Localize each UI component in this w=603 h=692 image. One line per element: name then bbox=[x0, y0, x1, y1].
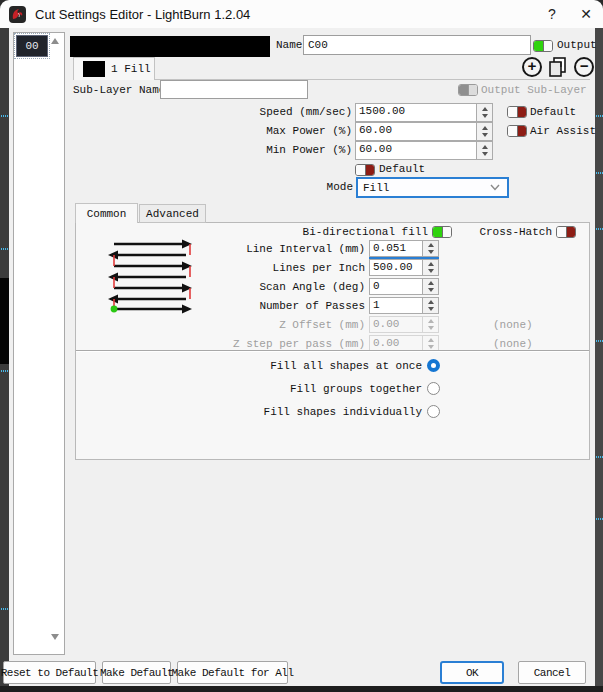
canvas-dash bbox=[596, 340, 603, 342]
canvas-dash bbox=[1, 608, 8, 610]
window-title: Cut Settings Editor - LightBurn 1.2.04 bbox=[35, 7, 535, 22]
canvas-dash bbox=[596, 228, 603, 230]
fill-shapes-individually-label: Fill shapes individually bbox=[150, 406, 422, 418]
scan-angle-value: 0 bbox=[370, 279, 422, 294]
remove-sublayer-icon[interactable]: − bbox=[574, 57, 594, 77]
speed-default-toggle[interactable] bbox=[507, 106, 527, 118]
canvas-dash bbox=[1, 115, 8, 117]
title-bar: Cut Settings Editor - LightBurn 1.2.04 ?… bbox=[0, 0, 603, 28]
z-step-spinner bbox=[422, 336, 438, 351]
fill-all-shapes-label: Fill all shapes at once bbox=[150, 360, 422, 372]
speed-spinner[interactable] bbox=[476, 104, 492, 121]
help-button[interactable]: ? bbox=[535, 6, 569, 22]
scan-angle-field[interactable]: 0 bbox=[369, 278, 439, 295]
z-step-value: 0.00 bbox=[370, 336, 422, 351]
canvas-dash bbox=[596, 518, 603, 520]
line-interval-spinner[interactable] bbox=[422, 241, 438, 256]
min-power-value: 60.00 bbox=[356, 142, 476, 159]
default-toggle[interactable] bbox=[355, 164, 375, 176]
background-app-left-black-block bbox=[0, 278, 9, 364]
scroll-up-icon[interactable] bbox=[51, 38, 59, 44]
fill-shapes-individually-radio[interactable] bbox=[427, 405, 440, 418]
layer-list-item-00[interactable]: 00 bbox=[16, 35, 48, 57]
fill-groups-together-label: Fill groups together bbox=[150, 383, 422, 395]
canvas-dash bbox=[596, 456, 603, 458]
default-toggle-label: Default bbox=[379, 163, 425, 175]
lightburn-logo-icon bbox=[9, 6, 26, 23]
close-button[interactable]: ✕ bbox=[569, 6, 603, 22]
mode-dropdown[interactable]: Fill bbox=[356, 177, 509, 198]
add-sublayer-icon[interactable]: + bbox=[522, 57, 542, 77]
sublayer-name-label: Sub-Layer Name bbox=[73, 84, 165, 96]
canvas-dash bbox=[596, 172, 603, 174]
z-offset-spinner bbox=[422, 317, 438, 332]
make-default-for-all-button[interactable]: Make Default for All bbox=[177, 661, 288, 684]
number-of-passes-spinner[interactable] bbox=[422, 298, 438, 313]
name-input[interactable]: C00 bbox=[303, 35, 531, 55]
min-power-label: Min Power (%) bbox=[160, 144, 352, 156]
output-toggle[interactable] bbox=[533, 40, 553, 52]
layer-list bbox=[13, 32, 65, 655]
z-offset-label: Z Offset (mm) bbox=[150, 319, 365, 331]
reset-to-default-button[interactable]: Reset to Default bbox=[3, 661, 96, 684]
canvas-dash bbox=[1, 248, 8, 250]
max-power-value: 60.00 bbox=[356, 123, 476, 140]
z-offset-value: 0.00 bbox=[370, 317, 422, 332]
tab-advanced[interactable]: Advanced bbox=[139, 204, 206, 223]
fill-all-shapes-radio[interactable] bbox=[427, 359, 440, 372]
mode-label: Mode bbox=[250, 181, 353, 193]
fill-groups-together-radio[interactable] bbox=[427, 382, 440, 395]
canvas-dash bbox=[1, 370, 8, 372]
speed-default-label: Default bbox=[530, 106, 576, 118]
sublayer-name-input[interactable] bbox=[160, 80, 308, 99]
duplicate-sublayer-icon[interactable] bbox=[547, 56, 569, 81]
z-offset-note: (none) bbox=[493, 319, 533, 331]
scan-angle-label: Scan Angle (deg) bbox=[150, 281, 365, 293]
background-app-right-edge bbox=[595, 28, 603, 692]
output-sublayer-toggle bbox=[458, 84, 478, 96]
line-interval-field[interactable]: 0.051 bbox=[369, 240, 439, 257]
scroll-down-icon[interactable] bbox=[51, 634, 59, 640]
lines-per-inch-label: Lines per Inch bbox=[150, 262, 365, 274]
lines-per-inch-field[interactable]: 500.00 bbox=[369, 259, 439, 276]
sublayer-tab-1-fill[interactable]: 1 Fill bbox=[73, 57, 155, 80]
air-assist-label: Air Assist bbox=[530, 125, 596, 137]
z-step-note: (none) bbox=[493, 338, 533, 350]
bidirectional-fill-label: Bi-directional fill bbox=[230, 226, 428, 238]
speed-label: Speed (mm/sec) bbox=[160, 106, 352, 118]
sublayer-tab-label: 1 Fill bbox=[111, 63, 151, 75]
make-default-button[interactable]: Make Default bbox=[102, 661, 171, 684]
speed-value: 1500.00 bbox=[356, 104, 476, 121]
name-value: C00 bbox=[308, 39, 328, 51]
min-power-spinner[interactable] bbox=[476, 142, 492, 159]
cancel-button[interactable]: Cancel bbox=[518, 661, 586, 684]
scan-angle-spinner[interactable] bbox=[422, 279, 438, 294]
output-sublayer-label: Output Sub-Layer bbox=[481, 84, 587, 96]
number-of-passes-label: Number of Passes bbox=[150, 300, 365, 312]
ok-button[interactable]: OK bbox=[440, 661, 504, 684]
mode-value: Fill bbox=[363, 182, 389, 194]
bidirectional-fill-toggle[interactable] bbox=[432, 226, 452, 238]
speed-field[interactable]: 1500.00 bbox=[355, 103, 493, 122]
tab-common[interactable]: Common bbox=[75, 203, 138, 223]
output-label: Output bbox=[557, 39, 597, 51]
max-power-label: Max Power (%) bbox=[160, 125, 352, 137]
number-of-passes-field[interactable]: 1 bbox=[369, 297, 439, 314]
lines-per-inch-value: 500.00 bbox=[370, 260, 422, 275]
z-offset-field: 0.00 bbox=[369, 316, 439, 333]
cross-hatch-label: Cross-Hatch bbox=[460, 226, 552, 238]
background-app-bottom-edge bbox=[0, 686, 603, 692]
max-power-field[interactable]: 60.00 bbox=[355, 122, 493, 141]
z-step-label: Z step per pass (mm) bbox=[150, 338, 365, 350]
max-power-spinner[interactable] bbox=[476, 123, 492, 140]
min-power-field[interactable]: 60.00 bbox=[355, 141, 493, 160]
chevron-down-icon bbox=[490, 181, 500, 195]
cross-hatch-toggle[interactable] bbox=[556, 226, 576, 238]
canvas-dash bbox=[596, 115, 603, 117]
section-divider bbox=[76, 350, 589, 352]
air-assist-toggle[interactable] bbox=[507, 125, 527, 137]
sublayer-color-swatch bbox=[83, 61, 105, 77]
layer-color-bar[interactable] bbox=[70, 36, 270, 57]
lines-per-inch-spinner[interactable] bbox=[422, 260, 438, 275]
name-label: Name bbox=[276, 39, 302, 51]
